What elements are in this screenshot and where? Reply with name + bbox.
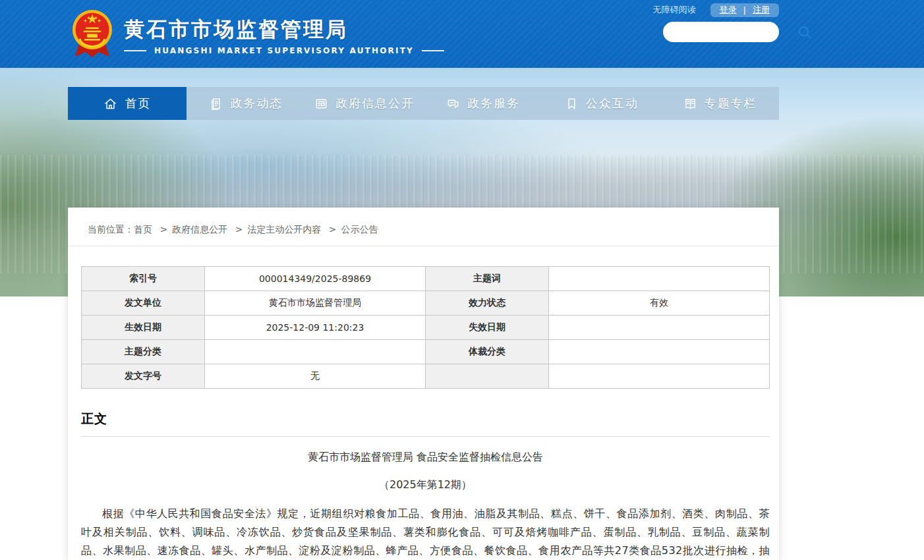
article-body-paragraph: 根据《中华人民共和国食品安全法》规定，近期组织对粮食加工品、食用油、油脂及其制品… [81, 505, 770, 560]
meta-label-genre-category: 体裁分类 [426, 340, 549, 364]
content-panel: 当前位置：首页 >政府信息公开 >法定主动公开内容 >公示公告 索引号 0000… [68, 208, 779, 560]
breadcrumb-item-statutory-content[interactable]: 法定主动公开内容 [247, 224, 321, 235]
main-nav: 首页 政务动态 政府信息公开 政务服务 公众互动 [68, 87, 779, 120]
article-section: 正文 黄石市市场监督管理局 食品安全监督抽检信息公告 （2025年第12期） 根… [68, 410, 779, 560]
subtitle-dash-right [422, 50, 444, 51]
news-icon [208, 96, 223, 111]
table-row: 索引号 000014349/2025-89869 主题词 [82, 267, 770, 291]
nav-item-label: 政务服务 [467, 96, 520, 111]
breadcrumb: 当前位置：首页 >政府信息公开 >法定主动公开内容 >公示公告 [68, 208, 779, 246]
breadcrumb-separator: > [329, 224, 337, 235]
nav-item-public-interaction[interactable]: 公众互动 [542, 87, 660, 120]
meta-label-issuing-unit: 发文单位 [82, 291, 205, 316]
breadcrumb-item-announcements[interactable]: 公示公告 [341, 224, 378, 235]
info-disclosure-icon [314, 96, 329, 111]
search-icon[interactable] [797, 24, 813, 40]
meta-label-document-number: 发文字号 [82, 364, 205, 389]
site-title: 黄石市市场监督管理局 [124, 17, 444, 42]
nav-item-home[interactable]: 首页 [68, 87, 187, 120]
breadcrumb-separator: > [235, 224, 243, 235]
table-row: 主题分类 体裁分类 [82, 340, 770, 364]
nav-item-info-disclosure[interactable]: 政府信息公开 [305, 87, 424, 120]
accessibility-reading-link[interactable]: 无障碍阅读 [653, 4, 696, 16]
meta-value-empty [549, 364, 770, 389]
register-link[interactable]: 注册 [753, 4, 770, 16]
meta-value-subject-word [549, 267, 770, 291]
meta-label-subject-word: 主题词 [426, 267, 549, 291]
auth-pill: 登录 | 注册 [710, 3, 779, 17]
nav-item-label: 政务动态 [230, 96, 283, 111]
document-meta-table: 索引号 000014349/2025-89869 主题词 发文单位 黄石市市场监… [81, 266, 770, 389]
bookmark-icon [564, 96, 579, 111]
meta-label-subject-category: 主题分类 [82, 340, 205, 364]
site-search-box [663, 22, 779, 42]
meta-label-empty [426, 364, 549, 389]
meta-value-index-number: 000014349/2025-89869 [205, 267, 426, 291]
meta-value-subject-category [205, 340, 426, 364]
meta-value-document-number: 无 [205, 364, 426, 389]
nav-item-label: 专题专栏 [705, 96, 757, 111]
auth-separator: | [743, 5, 746, 15]
nav-item-special-topics[interactable]: 专题专栏 [660, 87, 779, 120]
article-section-heading: 正文 [81, 410, 770, 437]
nav-item-gov-services[interactable]: 政务服务 [423, 87, 542, 120]
table-row: 发文字号 无 [82, 364, 770, 389]
subtitle-dash-left [124, 50, 146, 51]
search-input[interactable] [663, 22, 797, 42]
article-title: 黄石市市场监督管理局 食品安全监督抽检信息公告 [81, 451, 770, 464]
breadcrumb-separator: > [159, 224, 167, 235]
site-brand[interactable]: 黄石市市场监督管理局 HUANGSHI MARKET SUPERVISORY A… [71, 8, 444, 61]
site-subtitle: HUANGSHI MARKET SUPERVISORY AUTHORITY [154, 46, 414, 55]
breadcrumb-item-home[interactable]: 首页 [134, 224, 152, 235]
meta-value-effective-date: 2025-12-09 11:20:23 [205, 316, 426, 340]
nav-item-label: 首页 [125, 96, 151, 111]
meta-label-expiry-date: 失效日期 [426, 316, 549, 340]
nav-item-label: 政府信息公开 [335, 96, 415, 111]
breadcrumb-item-info-disclosure[interactable]: 政府信息公开 [172, 224, 227, 235]
meta-label-index-number: 索引号 [82, 267, 205, 291]
meta-value-genre-category [549, 340, 770, 364]
meta-value-issuing-unit: 黄石市市场监督管理局 [205, 291, 426, 316]
service-chat-icon [446, 96, 461, 111]
breadcrumb-prefix: 当前位置： [88, 224, 134, 235]
nav-item-gov-news[interactable]: 政务动态 [187, 87, 305, 120]
book-icon [683, 96, 698, 111]
meta-label-effective-date: 生效日期 [82, 316, 205, 340]
national-emblem-logo [71, 8, 113, 61]
table-row: 生效日期 2025-12-09 11:20:23 失效日期 [82, 316, 770, 340]
meta-value-validity-status: 有效 [549, 291, 770, 316]
login-link[interactable]: 登录 [720, 4, 737, 16]
nav-item-label: 公众互动 [586, 96, 639, 111]
meta-label-validity-status: 效力状态 [426, 291, 549, 316]
site-header: 黄石市市场监督管理局 HUANGSHI MARKET SUPERVISORY A… [0, 0, 924, 68]
article-issue-number: （2025年第12期） [81, 478, 770, 492]
home-icon [103, 96, 118, 111]
table-row: 发文单位 黄石市市场监督管理局 效力状态 有效 [82, 291, 770, 316]
meta-value-expiry-date [549, 316, 770, 340]
